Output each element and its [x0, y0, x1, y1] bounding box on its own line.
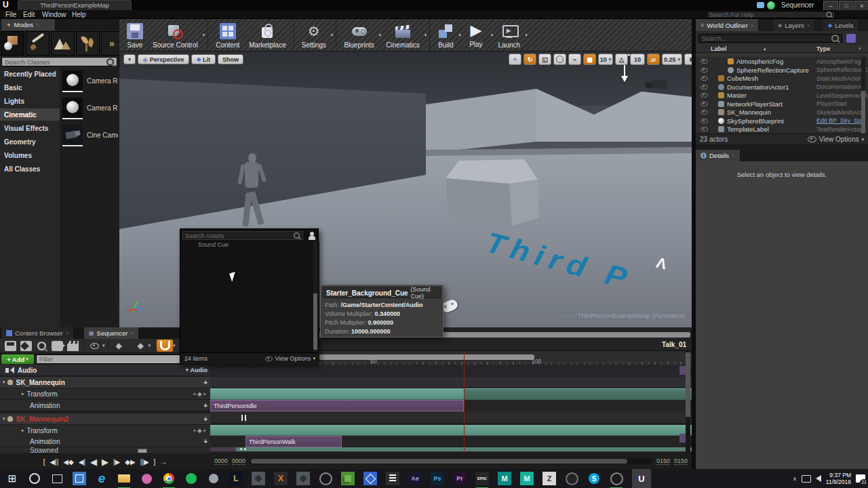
modes-cat-cinematic[interactable]: Cinematic — [0, 108, 60, 121]
spawned-checkbox[interactable] — [138, 449, 147, 453]
skyrim-icon[interactable] — [250, 470, 267, 487]
modes-cat-volumes[interactable]: Volumes — [4, 152, 32, 159]
tray-chevron-icon[interactable]: ∧ — [793, 476, 797, 482]
maya-icon[interactable]: M — [496, 470, 513, 487]
play-reverse-button[interactable]: ◀ — [90, 457, 97, 467]
viewport-perspective-button[interactable]: ◈ Perspective — [138, 54, 189, 64]
outliner-view-options-button[interactable]: View Options ▾ — [808, 136, 864, 143]
close-icon[interactable]: × — [751, 22, 754, 28]
blueprints-button[interactable]: Blueprints — [339, 20, 378, 50]
maya2-icon[interactable]: M — [519, 470, 535, 487]
tab-details[interactable]: i Details × — [696, 150, 741, 161]
transform-section-1-after[interactable] — [464, 388, 692, 400]
step-forward-button[interactable]: |▶ — [113, 458, 120, 466]
x-app-icon[interactable]: X — [273, 470, 289, 487]
placeable-camera-rig-rail[interactable]: Camera Rig Ra — [62, 98, 117, 122]
visibility-eye-icon[interactable] — [701, 110, 707, 115]
minimize-button[interactable]: – — [823, 1, 838, 11]
modes-cat-recently-placed[interactable]: Recently Placed — [4, 70, 58, 78]
close-button[interactable]: × — [854, 1, 868, 11]
outliner-row-networkplayerstart[interactable]: NetworkPlayerStart PlayerStart — [696, 100, 861, 108]
close-icon[interactable]: × — [807, 22, 810, 28]
paint3d-icon[interactable] — [138, 470, 155, 487]
clock[interactable]: 9:37 PM 11/9/2016 — [826, 472, 851, 485]
modes-cat-lights[interactable]: Lights — [4, 98, 24, 105]
unreal-engine-taskbar-icon[interactable]: U — [632, 469, 651, 488]
column-label[interactable]: Label — [711, 45, 727, 52]
sequencer-save-icon[interactable] — [5, 341, 16, 351]
person-filter-icon[interactable] — [308, 231, 316, 240]
source-control-button[interactable]: Source Control — [148, 20, 203, 50]
skype-icon[interactable]: S — [586, 470, 602, 487]
expand-icon[interactable]: ▸ — [22, 428, 24, 433]
obs-icon[interactable] — [608, 470, 625, 487]
cortana-button[interactable] — [26, 470, 43, 487]
mode-landscape-button[interactable] — [51, 31, 75, 56]
track-sk-mannequin2[interactable]: ▾ SK_Mannequin2 + — [0, 413, 210, 425]
sk-mannequin-actor[interactable] — [235, 153, 273, 229]
keyframe-mark[interactable] — [241, 415, 243, 421]
timeline-vscrollbar[interactable] — [686, 351, 690, 453]
edit-blueprint-link[interactable]: Edit BP_Sky_Sph — [816, 117, 865, 124]
outliner-row-skysphereblueprint[interactable]: SkySphereBlueprint Edit BP_Sky_Sph — [696, 117, 861, 125]
grid-snap-button[interactable]: ▦ — [583, 54, 596, 65]
world-local-button[interactable] — [553, 54, 566, 65]
volume-icon[interactable] — [816, 475, 821, 482]
track-sk-mannequin[interactable]: ▾ SK_Mannequin + — [0, 377, 210, 388]
track-animation-2[interactable]: Animation + — [0, 436, 210, 447]
close-icon[interactable]: × — [66, 330, 69, 336]
add-section-button[interactable]: + — [203, 438, 208, 445]
sequencer-add-button[interactable]: +Add▾ — [1, 354, 34, 364]
viewport-show-button[interactable]: Show — [218, 54, 243, 64]
skyrim2-icon[interactable] — [295, 470, 311, 487]
menu-edit[interactable]: Edit — [23, 11, 35, 18]
modes-cat-basic[interactable]: Basic — [4, 84, 22, 92]
network-icon[interactable] — [802, 475, 811, 483]
type-filter-icon[interactable]: ▾ — [859, 46, 861, 52]
tab-levels[interactable]: ◆ Levels — [823, 19, 859, 31]
modes-cat-geometry[interactable]: Geometry — [4, 138, 36, 146]
expand-icon[interactable]: ▾ — [3, 380, 5, 385]
visual-studio-icon[interactable] — [362, 470, 378, 487]
tab-content-browser[interactable]: Content Browser × — [1, 327, 74, 339]
tab-sequencer[interactable]: ▦ Sequencer × — [84, 327, 139, 339]
rotate-tool-button[interactable]: ↻ — [524, 54, 536, 65]
modes-cat-visual-effects[interactable]: Visual Effects — [4, 125, 48, 132]
launch-caret-icon[interactable]: ▾ — [525, 33, 528, 38]
sort-icon[interactable]: ▴ — [764, 46, 766, 52]
visibility-eye-icon[interactable] — [701, 59, 707, 64]
transform-section-2[interactable] — [210, 425, 692, 436]
marketplace-button[interactable]: Marketplace — [244, 20, 290, 50]
chrome-icon[interactable] — [161, 470, 177, 487]
playhead[interactable] — [464, 351, 465, 453]
close-icon[interactable]: × — [732, 152, 735, 159]
content-button[interactable]: Content — [211, 20, 244, 50]
to-end-button[interactable]: ] — [154, 458, 156, 466]
sequencer-find-icon[interactable] — [36, 341, 47, 351]
prev-key-button[interactable]: ◀◆ — [63, 458, 73, 466]
outliner-add-folder-button[interactable] — [846, 34, 856, 43]
spawned-key[interactable] — [240, 448, 242, 450]
photoshop-icon[interactable]: Ps — [429, 470, 446, 487]
outliner-search-input[interactable]: Search... — [698, 34, 842, 43]
close-icon[interactable]: × — [36, 22, 39, 28]
daz-icon[interactable] — [564, 470, 580, 487]
outliner-row-sk-mannequin[interactable]: SK_Mannequin SkeletalMeshActo — [696, 108, 861, 117]
track-spawned[interactable]: Spawned — [0, 447, 210, 453]
move-tool-button[interactable]: + — [509, 54, 521, 65]
spawned-key[interactable] — [244, 448, 246, 450]
scale-snap-value[interactable]: 0.25▾ — [662, 54, 682, 65]
settings-app-icon[interactable] — [205, 470, 222, 487]
mode-foliage-button[interactable] — [76, 31, 100, 56]
sequencer-camera-icon[interactable] — [52, 341, 63, 351]
photos-app-icon[interactable] — [71, 470, 87, 487]
help-search-input[interactable]: Search For Help — [707, 11, 835, 18]
cinematics-caret-icon[interactable]: ▾ — [425, 33, 427, 38]
outliner-scrollbar[interactable] — [861, 57, 865, 134]
cube-mesh[interactable] — [444, 159, 540, 227]
add-audio-button[interactable]: +Audio — [185, 367, 208, 373]
track-transform-1[interactable]: ▸ Transform +◆+ — [0, 388, 210, 400]
settings-caret-icon[interactable]: ▾ — [331, 33, 334, 38]
file-explorer-icon[interactable] — [116, 470, 132, 487]
launch-button[interactable]: ▶ Launch — [493, 20, 525, 50]
